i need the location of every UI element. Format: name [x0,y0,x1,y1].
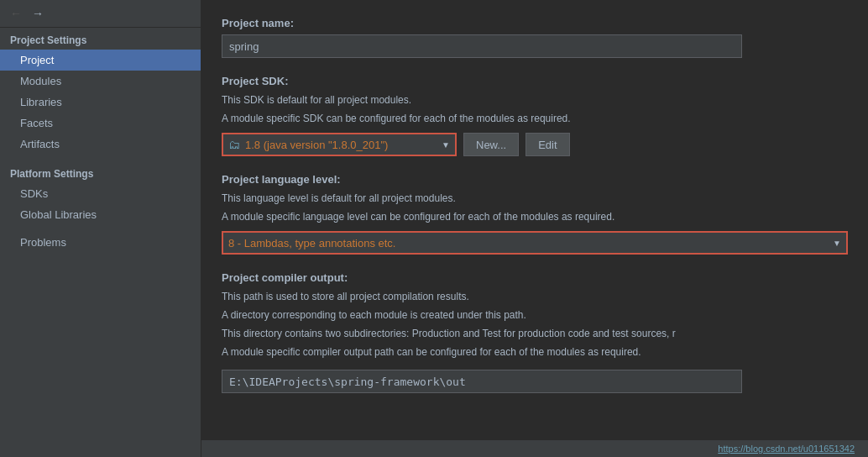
sidebar-nav-bar: ← → [0,0,201,28]
sdk-icon: 🗂 [228,138,240,151]
sidebar-item-global-libraries[interactable]: Global Libraries [0,204,201,225]
forward-button[interactable]: → [29,5,47,22]
main-content: Project name: Project SDK: This SDK is d… [201,0,868,439]
new-sdk-button[interactable]: New... [463,133,519,156]
project-name-section: Project name: [222,17,848,58]
project-name-label: Project name: [222,17,848,29]
sidebar-item-artifacts[interactable]: Artifacts [0,134,201,155]
sidebar-divider2 [0,225,201,232]
sidebar-divider [0,155,201,161]
project-language-level-section: Project language level: This language le… [222,173,848,255]
sidebar-item-facets[interactable]: Facets [0,113,201,134]
sidebar: ← → Project Settings Project Modules Lib… [0,0,201,457]
sdk-row: 🗂 1.8 (java version "1.8.0_201") ▼ New..… [222,133,848,156]
sidebar-item-problems[interactable]: Problems [0,232,201,253]
compiler-desc3: This directory contains two subdirectori… [222,326,848,341]
back-button[interactable]: ← [7,5,25,22]
sdk-desc2: A module specific SDK can be configured … [222,111,848,126]
project-sdk-label: Project SDK: [222,75,848,87]
lang-value: 8 - Lambdas, type annotations etc. [228,237,829,250]
project-settings-header: Project Settings [0,28,201,50]
sidebar-item-modules[interactable]: Modules [0,71,201,92]
lang-dropdown-arrow: ▼ [833,239,841,248]
sidebar-item-sdks[interactable]: SDKs [0,183,201,204]
footer-link[interactable]: https://blog.csdn.net/u011651342 [201,439,868,457]
lang-dropdown[interactable]: 8 - Lambdas, type annotations etc. ▼ [222,231,848,255]
lang-desc2: A module specific language level can be … [222,209,848,224]
compiler-output-input[interactable] [222,370,742,393]
sdk-dropdown[interactable]: 🗂 1.8 (java version "1.8.0_201") ▼ [222,133,457,156]
lang-desc1: This language level is default for all p… [222,191,848,206]
edit-sdk-button[interactable]: Edit [526,133,569,156]
platform-settings-header: Platform Settings [0,161,201,183]
project-name-input[interactable] [222,34,742,58]
compiler-desc2: A directory corresponding to each module… [222,307,848,323]
project-compiler-output-section: Project compiler output: This path is us… [222,271,848,393]
compiler-desc4: A module specific compiler output path c… [222,344,848,360]
compiler-desc1: This path is used to store all project c… [222,289,848,304]
sdk-desc1: This SDK is default for all project modu… [222,92,848,108]
sidebar-item-project[interactable]: Project [0,50,201,71]
sdk-value: 1.8 (java version "1.8.0_201") [245,139,388,151]
sidebar-item-libraries[interactable]: Libraries [0,92,201,113]
sdk-dropdown-inner: 🗂 1.8 (java version "1.8.0_201") [228,138,438,151]
compiler-output-label: Project compiler output: [222,271,848,284]
sdk-dropdown-arrow: ▼ [442,140,450,150]
project-sdk-section: Project SDK: This SDK is default for all… [222,75,848,156]
project-language-label: Project language level: [222,173,848,186]
